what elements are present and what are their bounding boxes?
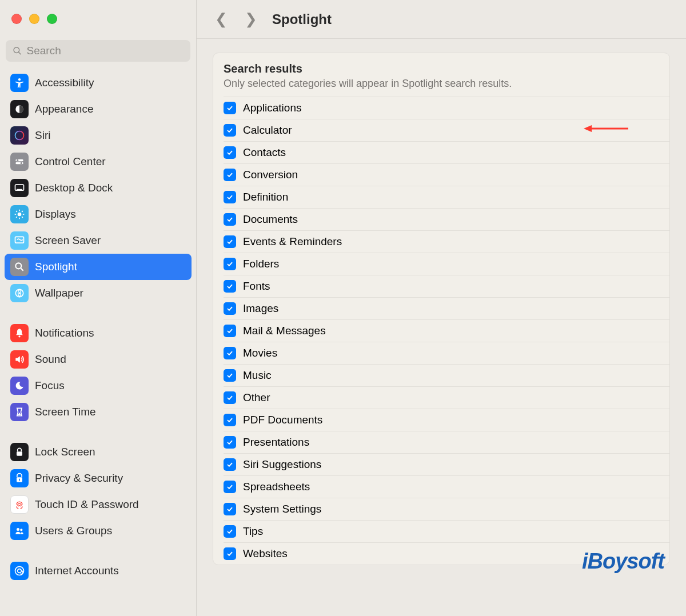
- sidebar-item-wallpaper[interactable]: Wallpaper: [5, 280, 192, 306]
- forward-button[interactable]: ❯: [242, 10, 260, 28]
- svg-line-22: [21, 269, 23, 271]
- system-settings-window: AccessibilityAppearanceSiriControl Cente…: [0, 0, 686, 616]
- category-row: Tips: [224, 520, 669, 542]
- checkbox-tips[interactable]: [224, 525, 236, 538]
- window-controls: [0, 0, 196, 24]
- checkbox-definition[interactable]: [224, 191, 236, 203]
- page-title: Spotlight: [272, 11, 332, 27]
- svg-point-31: [17, 528, 19, 531]
- category-label: Events & Reminders: [243, 235, 342, 248]
- search-field[interactable]: [6, 40, 190, 62]
- appearance-icon: [10, 100, 29, 118]
- sidebar-item-touch-id-password[interactable]: Touch ID & Password: [5, 491, 192, 518]
- checkbox-pdf-documents[interactable]: [224, 414, 236, 426]
- svg-line-19: [22, 211, 23, 212]
- checkbox-contacts[interactable]: [224, 146, 236, 159]
- category-label: Definition: [243, 191, 288, 203]
- back-button[interactable]: ❮: [213, 10, 230, 28]
- category-checklist: ApplicationsCalculatorContactsConversion…: [213, 97, 669, 565]
- search-input[interactable]: [27, 45, 184, 57]
- category-label: Calculator: [243, 124, 292, 137]
- desktop-dock-icon: [10, 179, 29, 197]
- category-row: PDF Documents: [224, 409, 669, 431]
- sidebar-item-label: Lock Screen: [35, 446, 95, 458]
- sidebar-list[interactable]: AccessibilityAppearanceSiriControl Cente…: [0, 67, 196, 616]
- category-row: Folders: [224, 253, 669, 275]
- sidebar-item-displays[interactable]: Displays: [5, 201, 192, 227]
- main-scroll-area[interactable]: Search results Only selected categories …: [197, 39, 686, 616]
- sidebar-item-control-center[interactable]: Control Center: [5, 149, 192, 175]
- category-label: Tips: [243, 525, 263, 538]
- category-label: Movies: [243, 347, 277, 359]
- spotlight-icon: [10, 258, 29, 276]
- sidebar-item-focus[interactable]: Focus: [5, 373, 192, 399]
- checkbox-system-settings[interactable]: [224, 503, 236, 515]
- checkbox-folders[interactable]: [224, 258, 236, 270]
- checkbox-other[interactable]: [224, 391, 236, 404]
- sidebar-item-desktop-dock[interactable]: Desktop & Dock: [5, 175, 192, 201]
- sidebar-item-spotlight[interactable]: Spotlight: [5, 254, 192, 280]
- category-label: Websites: [243, 547, 288, 560]
- sound-icon: [10, 350, 29, 369]
- main-header: ❮ ❯ Spotlight: [197, 0, 686, 39]
- sidebar-item-label: Wallpaper: [35, 287, 83, 299]
- category-label: Documents: [243, 213, 298, 226]
- sidebar-item-appearance[interactable]: Appearance: [5, 96, 192, 122]
- sidebar-item-sound[interactable]: Sound: [5, 346, 192, 373]
- checkbox-music[interactable]: [224, 369, 236, 382]
- sidebar-item-label: Focus: [35, 379, 65, 392]
- focus-icon: [10, 377, 29, 395]
- sidebar-item-label: Users & Groups: [35, 525, 112, 537]
- control-center-icon: [10, 153, 29, 171]
- sidebar-item-users-groups[interactable]: Users & Groups: [5, 518, 192, 544]
- svg-rect-26: [17, 451, 22, 456]
- sidebar-item-screen-time[interactable]: Screen Time: [5, 399, 192, 425]
- notifications-icon: [10, 324, 29, 342]
- category-row: Conversion: [224, 163, 669, 186]
- category-label: Presentations: [243, 436, 309, 449]
- svg-point-4: [15, 131, 24, 140]
- sidebar-item-label: Desktop & Dock: [35, 182, 113, 194]
- svg-point-28: [19, 454, 20, 455]
- checkbox-movies[interactable]: [224, 347, 236, 359]
- sidebar-item-accessibility[interactable]: Accessibility: [5, 70, 192, 96]
- svg-point-34: [18, 569, 22, 573]
- svg-line-17: [22, 217, 23, 218]
- checkbox-fonts[interactable]: [224, 280, 236, 293]
- minimize-button[interactable]: [29, 14, 39, 24]
- category-label: Music: [243, 369, 272, 382]
- category-label: Folders: [243, 258, 279, 270]
- sidebar-item-label: Displays: [35, 208, 76, 221]
- sidebar-item-privacy-security[interactable]: Privacy & Security: [5, 465, 192, 491]
- siri-icon: [10, 126, 29, 145]
- svg-point-7: [17, 159, 18, 161]
- sidebar-item-siri[interactable]: Siri: [5, 122, 192, 149]
- category-label: Siri Suggestions: [243, 458, 321, 471]
- category-row: Definition: [224, 186, 669, 208]
- sidebar-item-label: Touch ID & Password: [35, 498, 139, 511]
- screen-time-icon: [10, 403, 29, 421]
- checkbox-images[interactable]: [224, 302, 236, 315]
- checkbox-presentations[interactable]: [224, 436, 236, 449]
- checkbox-documents[interactable]: [224, 213, 236, 226]
- checkbox-spreadsheets[interactable]: [224, 481, 236, 493]
- sidebar-item-notifications[interactable]: Notifications: [5, 320, 192, 346]
- checkbox-calculator[interactable]: [224, 124, 236, 137]
- checkbox-applications[interactable]: [224, 102, 236, 114]
- sidebar-item-label: Privacy & Security: [35, 472, 123, 485]
- panel-subtitle: Only selected categories will appear in …: [224, 78, 659, 90]
- checkbox-websites[interactable]: [224, 547, 236, 560]
- sidebar-item-label: Screen Saver: [35, 234, 101, 247]
- checkbox-events-reminders[interactable]: [224, 235, 236, 248]
- checkbox-siri-suggestions[interactable]: [224, 458, 236, 471]
- zoom-button[interactable]: [47, 14, 57, 24]
- sidebar-item-internet-accounts[interactable]: Internet Accounts: [5, 558, 192, 584]
- category-label: Spreadsheets: [243, 481, 310, 493]
- sidebar-item-lock-screen[interactable]: Lock Screen: [5, 439, 192, 465]
- checkbox-mail-messages[interactable]: [224, 325, 236, 337]
- lock-screen-icon: [10, 443, 29, 461]
- close-button[interactable]: [11, 14, 22, 24]
- sidebar-item-screen-saver[interactable]: Screen Saver: [5, 227, 192, 254]
- checkbox-conversion[interactable]: [224, 169, 236, 181]
- svg-rect-10: [17, 189, 22, 190]
